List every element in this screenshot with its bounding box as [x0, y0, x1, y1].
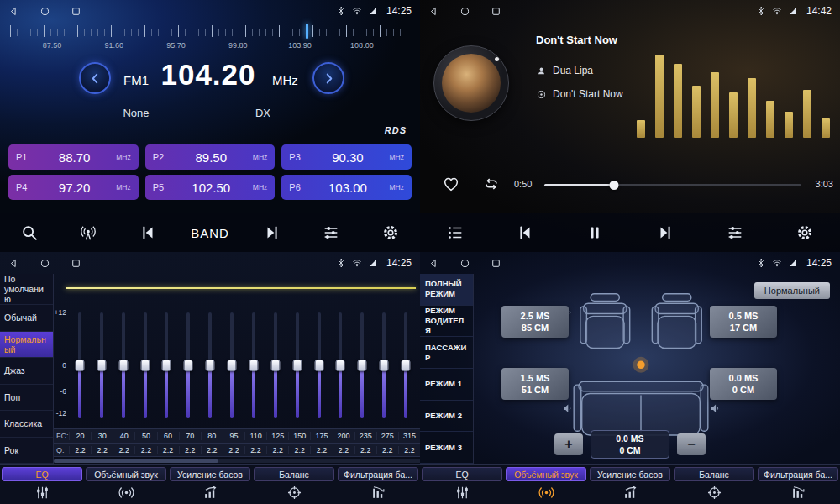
tab-bass-boost[interactable]: Усиление басов: [588, 465, 672, 504]
sound-mode-item[interactable]: ПАССАЖИР: [420, 337, 473, 369]
eq-band-slider[interactable]: [243, 312, 265, 418]
radio-preset-p3[interactable]: P390.30MHz: [281, 144, 412, 170]
sound-mode-item[interactable]: ПОЛНЫЙ РЕЖИМ: [420, 274, 473, 306]
home-circle-icon[interactable]: [459, 6, 470, 17]
eq-band-slider[interactable]: [113, 312, 134, 418]
eq-preset-item[interactable]: Рок: [0, 438, 53, 464]
settings-button[interactable]: [371, 218, 410, 248]
sound-mode-item[interactable]: РЕЖИМ 1: [420, 369, 473, 401]
eq-slider-knob[interactable]: [314, 360, 323, 371]
eq-slider-knob[interactable]: [249, 360, 258, 371]
home-circle-icon[interactable]: [39, 6, 50, 17]
pause-button[interactable]: [575, 218, 614, 248]
seek-up-button[interactable]: [312, 62, 344, 94]
radio-preset-p1[interactable]: P188.70MHz: [8, 144, 139, 170]
eq-band-slider[interactable]: [373, 312, 395, 418]
eq-band-slider[interactable]: [286, 312, 308, 418]
previous-station-button[interactable]: [129, 218, 167, 248]
home-circle-icon[interactable]: [459, 258, 470, 269]
eq-slider-knob[interactable]: [228, 360, 237, 371]
eq-slider-knob[interactable]: [75, 360, 84, 371]
eq-slider-knob[interactable]: [402, 360, 411, 371]
search-stations-button[interactable]: [10, 218, 49, 248]
eq-slider-knob[interactable]: [206, 360, 215, 371]
eq-preset-item[interactable]: Джаз: [0, 358, 53, 384]
eq-slider-knob[interactable]: [358, 360, 367, 371]
radio-preset-p4[interactable]: P497.20MHz: [8, 175, 139, 200]
eq-slider-knob[interactable]: [162, 360, 171, 371]
tab-balance[interactable]: Баланс: [252, 465, 336, 504]
broadcast-scan-button[interactable]: [69, 218, 108, 248]
back-icon[interactable]: [8, 6, 19, 17]
back-icon[interactable]: [428, 258, 439, 269]
eq-preset-item[interactable]: Поп: [0, 385, 53, 411]
progress-knob[interactable]: [609, 181, 618, 190]
eq-band-slider[interactable]: [156, 312, 178, 418]
recents-square-icon[interactable]: [71, 6, 81, 17]
eq-slider-knob[interactable]: [336, 360, 345, 371]
eq-bands-scrollbar[interactable]: [54, 459, 420, 463]
next-track-button[interactable]: [646, 218, 685, 248]
sound-mode-item[interactable]: РЕЖИМ 2: [420, 401, 473, 433]
radio-preset-p5[interactable]: P5102.50MHz: [145, 175, 276, 200]
eq-band-slider[interactable]: [91, 312, 113, 418]
sound-mode-item[interactable]: РЕЖИМ ВОДИТЕЛЯ: [420, 306, 473, 338]
audio-settings-button[interactable]: [312, 218, 350, 248]
eq-slider-knob[interactable]: [184, 360, 193, 371]
home-circle-icon[interactable]: [39, 258, 50, 269]
next-station-button[interactable]: [253, 218, 291, 248]
eq-band-slider[interactable]: [330, 312, 352, 418]
eq-band-slider[interactable]: [134, 312, 156, 418]
settings-button[interactable]: [785, 218, 824, 248]
favorite-heart-icon[interactable]: [442, 175, 460, 193]
frequency-scale[interactable]: 87.5091.6095.7099.80103.90108.00: [10, 25, 410, 54]
radio-preset-p6[interactable]: P6103.00MHz: [281, 175, 412, 200]
recents-square-icon[interactable]: [491, 6, 501, 17]
back-icon[interactable]: [428, 6, 439, 17]
eq-band-slider[interactable]: [199, 312, 221, 418]
sound-mode-item[interactable]: РЕЖИМ 3: [420, 432, 473, 464]
eq-slider-knob[interactable]: [97, 360, 106, 371]
delay-front-left[interactable]: 2.5 MS 85 CM: [501, 306, 569, 338]
tab-bass-boost[interactable]: Усиление басов: [168, 465, 252, 504]
repeat-icon[interactable]: [482, 175, 501, 193]
radio-preset-p2[interactable]: P289.50MHz: [145, 144, 276, 170]
eq-slider-knob[interactable]: [118, 360, 128, 371]
delay-decrease-button[interactable]: −: [677, 433, 706, 455]
eq-band-slider[interactable]: [177, 312, 199, 418]
tab-balance[interactable]: Баланс: [672, 465, 756, 504]
scrollbar-thumb[interactable]: [54, 459, 218, 463]
recents-square-icon[interactable]: [491, 258, 501, 269]
eq-band-slider[interactable]: [395, 312, 417, 418]
delay-rear-left[interactable]: 1.5 MS 51 CM: [501, 368, 569, 400]
eq-preset-item[interactable]: Нормальный: [0, 332, 53, 358]
delay-front-right[interactable]: 0.5 MS 17 CM: [710, 306, 777, 338]
eq-band-slider[interactable]: [221, 312, 243, 418]
eq-band-slider[interactable]: [69, 312, 91, 418]
eq-preset-item[interactable]: Обычай: [0, 305, 53, 331]
tab-eq-tab[interactable]: EQ: [0, 465, 84, 504]
recents-square-icon[interactable]: [71, 258, 81, 269]
delay-increase-button[interactable]: +: [554, 433, 583, 455]
tab-surround-sound[interactable]: Объёмный звук: [504, 465, 588, 504]
eq-slider-knob[interactable]: [292, 360, 302, 371]
audio-settings-button[interactable]: [716, 218, 754, 248]
eq-preset-item[interactable]: Классика: [0, 411, 53, 437]
eq-band-slider[interactable]: [308, 312, 330, 418]
back-icon[interactable]: [8, 258, 19, 269]
seek-down-button[interactable]: [79, 62, 111, 94]
playlist-button[interactable]: [436, 218, 475, 248]
progress-bar[interactable]: [544, 184, 801, 186]
tab-eq-tab[interactable]: EQ: [420, 465, 504, 504]
eq-slider-knob[interactable]: [380, 360, 389, 371]
eq-preset-item[interactable]: По умолчанию: [0, 274, 53, 305]
eq-band-slider[interactable]: [351, 312, 373, 418]
previous-track-button[interactable]: [506, 218, 544, 248]
sound-preset-button[interactable]: Нормальный: [754, 282, 830, 299]
eq-band-slider[interactable]: [265, 312, 286, 418]
tab-filter[interactable]: Фильтрация ба...: [756, 465, 840, 504]
tab-filter[interactable]: Фильтрация ба...: [336, 465, 420, 504]
delay-rear-right[interactable]: 0.0 MS 0 CM: [710, 368, 777, 400]
tab-surround-sound[interactable]: Объёмный звук: [84, 465, 168, 504]
band-button[interactable]: BAND: [187, 218, 233, 248]
